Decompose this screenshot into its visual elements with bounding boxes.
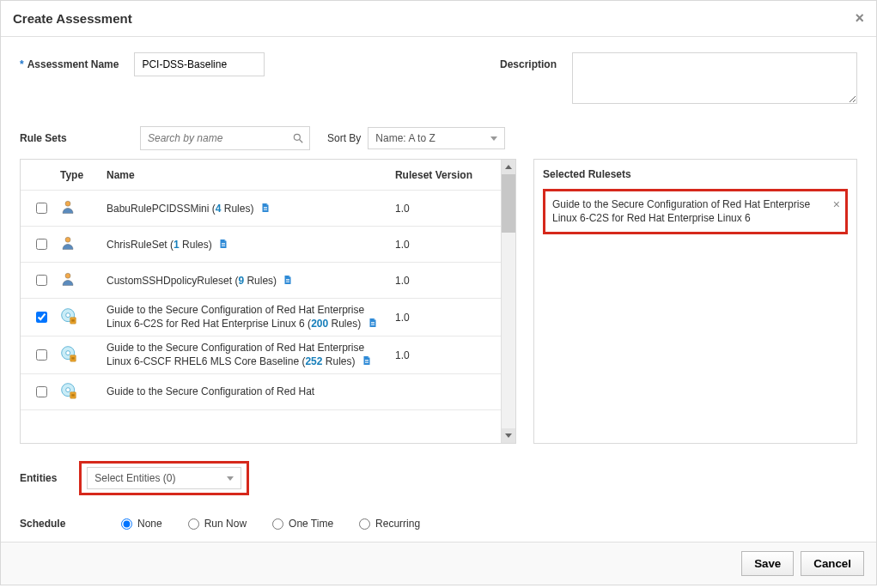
svg-rect-20 — [371, 324, 375, 325]
row-version: 1.0 — [395, 203, 515, 215]
row-name: Guide to the Secure Configuration of Red… — [107, 385, 395, 398]
schedule-label: Schedule — [20, 518, 97, 530]
svg-point-0 — [294, 134, 300, 140]
person-icon — [60, 271, 107, 289]
svg-rect-17 — [71, 319, 74, 322]
selected-rulesets-panel: Selected Rulesets Guide to the Secure Co… — [533, 159, 857, 444]
row-version: 1.0 — [395, 239, 515, 251]
description-label: Description — [500, 52, 557, 70]
svg-rect-8 — [222, 244, 225, 245]
col-version: Ruleset Version — [395, 169, 515, 181]
table-row[interactable]: Guide to the Secure Configuration of Red… — [21, 299, 515, 336]
person-icon — [60, 235, 107, 253]
table-header: Type Name Ruleset Version — [21, 160, 515, 191]
scrollbar[interactable] — [501, 160, 515, 443]
row-checkbox[interactable] — [36, 239, 47, 250]
radio-label: None — [137, 518, 162, 530]
radio-input[interactable] — [188, 518, 199, 530]
schedule-option[interactable]: One Time — [272, 518, 333, 530]
radio-label: Run Now — [204, 518, 247, 530]
selected-ruleset-item: Guide to the Secure Configuration of Red… — [543, 189, 848, 234]
schedule-option[interactable]: Run Now — [188, 518, 247, 530]
scroll-down-button[interactable] — [502, 428, 515, 443]
sort-by-label: Sort By — [327, 132, 361, 144]
selected-rulesets-heading: Selected Rulesets — [543, 168, 848, 180]
scroll-thumb[interactable] — [502, 174, 515, 233]
entities-dropdown[interactable]: Select Entities (0) — [87, 467, 241, 489]
sort-by-dropdown[interactable]: Name: A to Z — [368, 127, 505, 149]
person-icon — [60, 199, 107, 217]
row-checkbox[interactable] — [36, 203, 47, 214]
entities-value: Select Entities (0) — [94, 472, 175, 484]
disc-lock-icon — [60, 382, 107, 402]
table-row[interactable]: ChrisRuleSet (1 Rules) 1.0 — [21, 227, 515, 263]
document-icon[interactable] — [279, 275, 293, 287]
create-assessment-dialog: Create Assessment × *Assessment Name Des… — [0, 0, 877, 585]
selected-ruleset-text: Guide to the Secure Configuration of Red… — [552, 198, 810, 224]
table-row[interactable]: CustomSSHDpolicyRuleset (9 Rules) 1.0 — [21, 263, 515, 299]
document-icon[interactable] — [257, 203, 271, 215]
dialog-footer: Save Cancel — [1, 542, 876, 585]
radio-label: Recurring — [375, 518, 420, 530]
assessment-name-input[interactable] — [134, 52, 265, 76]
svg-rect-9 — [222, 246, 225, 246]
schedule-option[interactable]: Recurring — [359, 518, 420, 530]
close-icon[interactable]: × — [855, 9, 864, 27]
description-field: Description — [500, 52, 857, 104]
radio-input[interactable] — [359, 518, 370, 530]
entities-label: Entities — [20, 472, 57, 484]
schedule-option[interactable]: None — [121, 518, 162, 530]
svg-point-15 — [66, 313, 70, 318]
scroll-up-button[interactable] — [502, 160, 515, 174]
svg-rect-7 — [222, 243, 225, 244]
svg-point-22 — [66, 351, 70, 355]
search-input[interactable] — [146, 131, 292, 145]
table-row[interactable]: Guide to the Secure Configuration of Red… — [21, 374, 515, 410]
dialog-title: Create Assessment — [13, 11, 132, 26]
svg-point-2 — [65, 201, 70, 206]
assessment-name-field: *Assessment Name — [20, 52, 265, 104]
disc-lock-icon — [60, 345, 107, 365]
document-icon[interactable] — [358, 355, 372, 367]
row-version: 1.0 — [395, 275, 515, 287]
row-name: BabuRulePCIDSSMini (4 Rules) — [107, 202, 395, 215]
col-type: Type — [60, 169, 107, 181]
svg-rect-4 — [264, 208, 267, 209]
chevron-down-icon — [490, 136, 497, 141]
document-icon[interactable] — [215, 239, 228, 251]
svg-point-10 — [65, 273, 70, 278]
row-version: 1.0 — [395, 349, 515, 361]
table-row[interactable]: Guide to the Secure Configuration of Red… — [21, 336, 515, 374]
rulesets-heading: Rule Sets — [20, 132, 123, 144]
svg-rect-18 — [371, 322, 375, 323]
title-bar: Create Assessment × — [1, 1, 876, 37]
chevron-down-icon — [227, 476, 234, 481]
table-row[interactable]: BabuRulePCIDSSMini (4 Rules) 1.0 — [21, 191, 515, 227]
row-checkbox[interactable] — [36, 312, 47, 323]
row-version: 1.0 — [395, 312, 515, 324]
svg-rect-27 — [365, 362, 368, 363]
remove-selected-icon[interactable]: × — [833, 197, 840, 212]
row-checkbox[interactable] — [36, 349, 47, 361]
svg-rect-31 — [71, 394, 74, 397]
svg-rect-13 — [286, 282, 289, 282]
svg-rect-5 — [264, 209, 267, 210]
svg-rect-26 — [365, 361, 368, 362]
svg-line-1 — [300, 140, 303, 143]
radio-input[interactable] — [121, 518, 132, 530]
description-input[interactable] — [572, 52, 857, 104]
cancel-button[interactable]: Cancel — [801, 551, 864, 576]
radio-input[interactable] — [272, 518, 283, 530]
save-button[interactable]: Save — [741, 551, 794, 576]
svg-rect-19 — [371, 324, 375, 324]
disc-lock-icon — [60, 307, 107, 327]
radio-label: One Time — [289, 518, 333, 530]
document-icon[interactable] — [364, 318, 378, 330]
col-name: Name — [107, 169, 395, 181]
svg-rect-11 — [286, 279, 289, 280]
search-box[interactable] — [140, 126, 310, 150]
row-name: Guide to the Secure Configuration of Red… — [107, 342, 395, 368]
row-checkbox[interactable] — [36, 275, 47, 286]
assessment-name-label: *Assessment Name — [20, 52, 119, 70]
row-checkbox[interactable] — [36, 386, 47, 397]
